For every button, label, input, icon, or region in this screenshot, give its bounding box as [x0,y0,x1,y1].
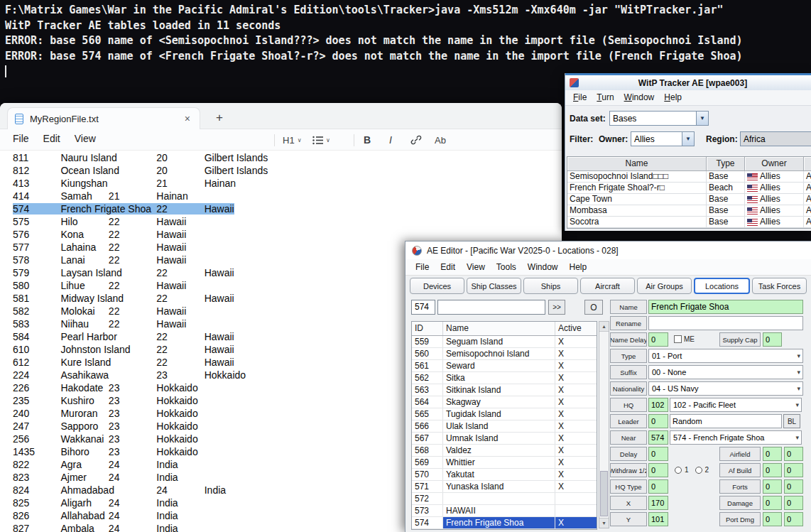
suffix-select[interactable]: 00 - None [648,365,803,379]
list-row[interactable]: 574French Frigate ShoaX [412,517,597,529]
o-button[interactable]: O [584,300,603,315]
column-header-name[interactable]: Name [567,157,707,171]
link-button[interactable] [410,132,422,148]
af-build-input[interactable]: 0 [763,463,782,477]
list-button[interactable]: ∨ [312,132,330,148]
list-row[interactable]: 569WhittierX [412,457,597,469]
nationality-select[interactable]: 04 - US Navy [648,381,803,396]
name-delay-input[interactable]: 0 [648,332,668,347]
list-row[interactable]: 563Sitkinak IslandX [412,384,597,396]
type-select[interactable]: 01 - Port [648,349,803,363]
x-input[interactable]: 170 [648,496,668,510]
menu-item-file[interactable]: File [6,129,36,144]
list-row[interactable]: 570YakutatX [412,469,597,481]
table-row[interactable]: SocotraBaseAlliesAf [567,217,811,228]
port-dmg-secondary-input[interactable]: 0 [784,512,803,526]
port-dmg-input[interactable]: 0 [763,512,782,526]
supply-cap-input[interactable]: 0 [763,332,782,347]
list-row[interactable]: 564SkagwayX [412,396,597,408]
withdraw-radio-1[interactable] [675,467,682,474]
withdraw-radio-2[interactable] [695,467,702,474]
list-row[interactable]: 568ValdezX [412,445,597,457]
text-line[interactable]: 812 Ocean Island 20 Gilbert Islands [13,165,562,178]
region-select[interactable]: Africa [740,131,811,146]
heading-button[interactable]: H1 ∨ [283,132,301,148]
near-select[interactable]: 574 - French Frigate Shoa [670,430,802,445]
list-row[interactable]: 571Yunaska IslandX [412,481,597,493]
record-id-input[interactable]: 574 [411,300,435,315]
tracker-title-bar[interactable]: WitP Tracker AE [wpae003] [565,75,811,90]
bl-button[interactable]: BL [783,414,800,428]
withdraw-input[interactable]: 0 [648,463,668,477]
menu-item-help[interactable]: Help [564,259,593,275]
tab-locations[interactable]: Locations [694,278,750,294]
search-input[interactable] [437,300,545,315]
notepad-tab[interactable]: MyRegionFile.txt × [7,107,200,129]
tab-ship-classes[interactable]: Ship Classes [467,278,521,294]
spellcheck-button[interactable]: Ab [435,132,446,148]
bold-button[interactable]: B [364,132,371,148]
scroll-down-icon[interactable]: ▾ [599,518,609,528]
forts-secondary-input[interactable]: 0 [784,479,803,494]
tab-task-forces[interactable]: Task Forces [752,278,807,294]
menu-item-file[interactable]: File [568,90,592,105]
column-header-af[interactable]: Af [804,157,811,171]
list-row[interactable]: 572 [412,493,597,505]
table-row[interactable]: French Frigate Shoal?-r□BeachAlliesAf [567,183,811,194]
text-line[interactable]: 574 French Frigate Shoa 22 Hawaii [13,203,562,216]
damage-input[interactable]: 0 [763,496,782,510]
owner-select[interactable]: Allies ▼ [631,131,695,146]
airfield-input[interactable]: 0 [763,447,782,461]
menu-item-tools[interactable]: Tools [491,259,522,275]
editor-title-bar[interactable]: AE Editor - [Pacific War V2025-0 - Locat… [405,241,811,259]
name-input[interactable]: French Frigate Shoa [648,300,803,314]
menu-item-edit[interactable]: Edit [435,259,461,275]
menu-item-turn[interactable]: Turn [592,90,619,105]
leader-name-field[interactable]: Random [670,414,782,428]
text-line[interactable]: 575 Hilo 22 Hawaii [13,216,562,229]
table-row[interactable]: MombasaBaseAlliesAf [567,205,811,217]
tab-air-groups[interactable]: Air Groups [637,278,692,294]
menu-item-edit[interactable]: Edit [36,129,67,144]
list-row[interactable]: 566Ulak IslandX [412,420,597,433]
list-row[interactable]: 573HAWAII [412,505,597,517]
near-input[interactable]: 574 [648,430,668,445]
menu-item-file[interactable]: File [410,259,435,275]
scrollbar-thumb[interactable] [600,471,608,516]
list-row[interactable]: 567Umnak IslandX [412,433,597,445]
airfield-secondary-input[interactable]: 0 [784,447,803,461]
me-checkbox[interactable] [674,335,682,343]
forts-input[interactable]: 0 [763,479,782,494]
list-row[interactable]: 565Tugidak IslandX [412,408,597,420]
tab-ships[interactable]: Ships [523,278,578,294]
dataset-select[interactable]: Bases ▼ [609,111,709,126]
delay-input[interactable]: 0 [648,447,668,461]
hq-input[interactable]: 102 [648,398,668,412]
leader-input[interactable]: 0 [648,414,668,428]
tab-devices[interactable]: Devices [410,278,464,294]
rename-input[interactable] [648,316,803,330]
tab-aircraft[interactable]: Aircraft [580,278,635,294]
menu-item-window[interactable]: Window [522,259,564,275]
scroll-up-icon[interactable]: ▴ [599,322,609,332]
y-input[interactable]: 101 [648,512,668,526]
list-row[interactable]: 562SitkaX [412,372,597,384]
list-scrollbar[interactable]: ▴ ▾ [599,321,609,528]
text-line[interactable]: 413 Kiungshan 21 Hainan [13,178,562,190]
list-row[interactable]: 561SewardX [412,360,597,372]
text-line[interactable]: 811 Nauru Island 20 Gilbert Islands [13,152,562,165]
menu-item-help[interactable]: Help [659,90,687,105]
damage-secondary-input[interactable]: 0 [784,496,803,510]
close-icon[interactable]: × [183,113,192,124]
hq-type-input[interactable]: 0 [648,479,668,494]
menu-item-view[interactable]: View [461,259,491,275]
italic-button[interactable]: I [389,132,392,148]
af-build-secondary-input[interactable]: 0 [784,463,803,477]
list-row[interactable]: 560Semisopochnoi IslandX [412,348,597,360]
column-header-type[interactable]: Type [707,157,745,171]
text-line[interactable]: 414 Samah 21 Hainan [13,190,562,203]
goto-button[interactable]: >> [548,300,565,315]
menu-item-view[interactable]: View [67,129,103,144]
text-line[interactable]: 576 Kona 22 Hawaii [13,229,562,241]
menu-item-window[interactable]: Window [619,90,660,105]
